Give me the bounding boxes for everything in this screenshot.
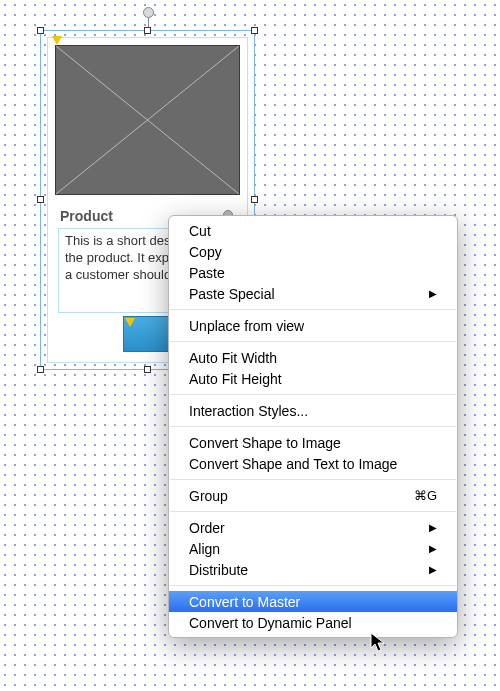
menu-item-convert-shape-to-image[interactable]: Convert Shape to Image: [169, 432, 457, 453]
menu-item-copy[interactable]: Copy: [169, 241, 457, 262]
menu-label: Unplace from view: [189, 318, 304, 334]
menu-item-auto-fit-width[interactable]: Auto Fit Width: [169, 347, 457, 368]
menu-label: Distribute: [189, 562, 248, 578]
resize-handle-bottom-middle[interactable]: [144, 366, 151, 373]
menu-shortcut: ⌘G: [414, 488, 437, 503]
menu-label: Paste: [189, 265, 225, 281]
menu-separator: [170, 341, 456, 342]
menu-separator: [170, 426, 456, 427]
context-menu: Cut Copy Paste Paste Special ▶ Unplace f…: [168, 215, 458, 638]
submenu-arrow-icon: ▶: [429, 543, 437, 554]
resize-handle-top-left[interactable]: [37, 27, 44, 34]
menu-label: Copy: [189, 244, 222, 260]
menu-label: Auto Fit Width: [189, 350, 277, 366]
resize-handle-top-right[interactable]: [251, 27, 258, 34]
menu-label: Paste Special: [189, 286, 275, 302]
menu-item-group[interactable]: Group ⌘G: [169, 485, 457, 506]
menu-item-cut[interactable]: Cut: [169, 220, 457, 241]
menu-label: Cut: [189, 223, 211, 239]
menu-separator: [170, 309, 456, 310]
menu-item-unplace[interactable]: Unplace from view: [169, 315, 457, 336]
menu-label: Convert to Dynamic Panel: [189, 615, 352, 631]
menu-label: Convert Shape to Image: [189, 435, 341, 451]
resize-handle-middle-left[interactable]: [37, 196, 44, 203]
menu-item-interaction-styles[interactable]: Interaction Styles...: [169, 400, 457, 421]
menu-label: Auto Fit Height: [189, 371, 282, 387]
menu-item-convert-to-master[interactable]: Convert to Master: [169, 591, 457, 612]
menu-item-distribute[interactable]: Distribute ▶: [169, 559, 457, 580]
menu-item-paste[interactable]: Paste: [169, 262, 457, 283]
menu-item-align[interactable]: Align ▶: [169, 538, 457, 559]
menu-label: Convert to Master: [189, 594, 300, 610]
product-title[interactable]: Product: [60, 208, 113, 224]
menu-separator: [170, 585, 456, 586]
footnote-marker-icon: [52, 36, 62, 45]
menu-item-auto-fit-height[interactable]: Auto Fit Height: [169, 368, 457, 389]
menu-item-convert-shape-and-text-to-image[interactable]: Convert Shape and Text to Image: [169, 453, 457, 474]
menu-label: Group: [189, 488, 228, 504]
image-placeholder-x-icon: [56, 46, 239, 194]
menu-label: Convert Shape and Text to Image: [189, 456, 397, 472]
submenu-arrow-icon: ▶: [429, 522, 437, 533]
menu-label: Interaction Styles...: [189, 403, 308, 419]
menu-label: Order: [189, 520, 225, 536]
footnote-marker-icon: [125, 318, 135, 327]
image-placeholder[interactable]: [55, 45, 240, 195]
menu-item-order[interactable]: Order ▶: [169, 517, 457, 538]
resize-handle-top-middle[interactable]: [144, 27, 151, 34]
menu-item-paste-special[interactable]: Paste Special ▶: [169, 283, 457, 304]
rotation-handle[interactable]: [143, 7, 154, 18]
menu-separator: [170, 511, 456, 512]
menu-separator: [170, 394, 456, 395]
menu-label: Align: [189, 541, 220, 557]
resize-handle-bottom-left[interactable]: [37, 366, 44, 373]
menu-item-convert-to-dynamic-panel[interactable]: Convert to Dynamic Panel: [169, 612, 457, 633]
menu-separator: [170, 479, 456, 480]
submenu-arrow-icon: ▶: [429, 564, 437, 575]
resize-handle-middle-right[interactable]: [251, 196, 258, 203]
submenu-arrow-icon: ▶: [429, 288, 437, 299]
